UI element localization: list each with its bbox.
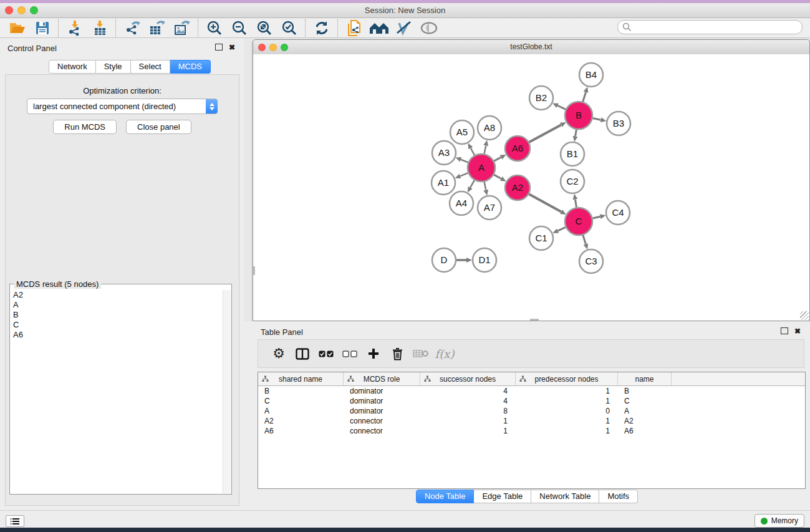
table-cell[interactable]: C xyxy=(618,396,672,406)
close-network-button[interactable] xyxy=(258,44,266,51)
table-cell[interactable]: A xyxy=(618,406,672,416)
export-network-button[interactable] xyxy=(120,19,145,37)
import-network-button[interactable] xyxy=(62,19,87,37)
close-window-button[interactable] xyxy=(5,6,13,14)
edge-B-B1[interactable] xyxy=(576,130,577,137)
table-cell[interactable]: 1 xyxy=(420,416,516,426)
search-input[interactable] xyxy=(617,20,803,34)
table-row[interactable]: Bdominator41B xyxy=(258,386,805,396)
clone-network-button[interactable] xyxy=(342,19,367,37)
edge-A-A3[interactable] xyxy=(461,160,468,163)
table-cell[interactable]: A6 xyxy=(258,426,344,436)
network-window[interactable]: testGlobe.txt B4B2BB3A8A5A6B1A3AC2A1A2A4… xyxy=(253,39,810,321)
result-list-item[interactable]: A xyxy=(11,300,223,310)
zoom-selected-button[interactable] xyxy=(277,19,302,37)
export-table-button[interactable] xyxy=(145,19,170,37)
table-cell[interactable]: 8 xyxy=(420,406,516,416)
edge-C-C1[interactable] xyxy=(557,227,566,231)
column-header-MCDS-role[interactable]: MCDS role xyxy=(344,372,420,385)
select-all-button[interactable] xyxy=(314,343,338,364)
edge-B-B3[interactable] xyxy=(593,118,601,120)
table-cell[interactable]: dominator xyxy=(344,406,420,416)
table-cell[interactable]: dominator xyxy=(344,386,420,396)
close-panel-icon[interactable]: ✖ xyxy=(229,44,235,51)
tab-select[interactable]: Select xyxy=(131,60,170,74)
zoom-in-button[interactable] xyxy=(202,19,227,37)
edge-B-B4[interactable] xyxy=(583,92,586,102)
float-table-panel-icon[interactable] xyxy=(781,327,788,334)
table-cell[interactable]: connector xyxy=(344,416,420,426)
resize-grip[interactable] xyxy=(800,311,809,320)
table-cell[interactable]: A xyxy=(258,406,344,416)
edge-A-A6[interactable] xyxy=(494,157,501,161)
table-cell[interactable]: connector xyxy=(344,426,420,436)
edge-A-A8[interactable] xyxy=(485,145,486,153)
tab-motifs[interactable]: Motifs xyxy=(599,490,638,503)
minimize-window-button[interactable] xyxy=(17,6,26,14)
close-table-panel-icon[interactable]: ✖ xyxy=(794,328,801,334)
edge-A-A7[interactable] xyxy=(485,182,486,190)
zoom-out-button[interactable] xyxy=(227,19,252,37)
add-row-button[interactable] xyxy=(362,343,385,364)
table-cell[interactable]: 1 xyxy=(516,386,618,396)
result-list-item[interactable]: A6 xyxy=(11,330,223,340)
column-header-shared-name[interactable]: shared name xyxy=(258,372,344,385)
column-header-predecessor-nodes[interactable]: predecessor nodes xyxy=(516,372,618,385)
result-list-item[interactable]: A2 xyxy=(11,290,223,300)
tab-mcds[interactable]: MCDS xyxy=(170,60,211,74)
minimize-network-button[interactable] xyxy=(269,44,277,51)
close-panel-button[interactable]: Close panel xyxy=(126,120,191,134)
edge-C-C2[interactable] xyxy=(575,200,576,208)
memory-button[interactable]: Memory xyxy=(755,514,804,528)
edge-A-A2[interactable] xyxy=(494,175,501,178)
table-row[interactable]: Cdominator41C xyxy=(258,396,805,406)
column-header-name[interactable]: name xyxy=(618,372,672,385)
mcds-result-list[interactable]: A2ABCA6 xyxy=(11,290,223,493)
table-row[interactable]: A6connector11A6 xyxy=(258,426,805,436)
tab-style[interactable]: Style xyxy=(96,60,131,74)
edge-A-A1[interactable] xyxy=(460,173,468,176)
edge-A6-B[interactable] xyxy=(529,125,561,142)
column-header-successor-nodes[interactable]: successor nodes xyxy=(420,372,516,385)
network-graph[interactable]: B4B2BB3A8A5A6B1A3AC2A1A2A4A7C4CC1DD1C3 xyxy=(253,54,809,321)
home-button[interactable] xyxy=(367,19,392,37)
network-canvas[interactable]: B4B2BB3A8A5A6B1A3AC2A1A2A4A7C4CC1DD1C3 xyxy=(253,54,809,321)
zoom-fit-button[interactable] xyxy=(252,19,277,37)
edge-A2-C[interactable] xyxy=(529,194,561,211)
node-table[interactable]: shared nameMCDS rolesuccessor nodesprede… xyxy=(258,372,806,489)
show-columns-button[interactable] xyxy=(291,343,314,364)
delete-row-button[interactable] xyxy=(385,343,409,364)
app-titlebar[interactable]: Session: New Session xyxy=(0,3,810,18)
table-cell[interactable]: A2 xyxy=(618,416,672,426)
table-cell[interactable]: 1 xyxy=(516,396,618,406)
import-table-button[interactable] xyxy=(87,19,112,37)
table-cell[interactable]: B xyxy=(618,386,672,396)
table-row[interactable]: A2connector11A2 xyxy=(258,416,805,426)
table-cell[interactable]: dominator xyxy=(344,396,420,406)
edge-A-A4[interactable] xyxy=(470,180,475,188)
result-list-item[interactable]: B xyxy=(11,310,223,320)
result-scrollbar[interactable] xyxy=(223,290,231,493)
canvas-vertical-scrollmark[interactable] xyxy=(253,266,255,275)
export-image-button[interactable] xyxy=(170,19,195,37)
float-panel-icon[interactable] xyxy=(215,44,223,51)
optimization-criterion-select[interactable]: largest connected component (directed) xyxy=(27,99,218,114)
eye-button[interactable] xyxy=(417,19,441,37)
edge-C-C3[interactable] xyxy=(583,235,586,244)
refresh-button[interactable] xyxy=(309,19,334,37)
tab-node-table[interactable]: Node Table xyxy=(416,490,475,503)
table-cell[interactable]: B xyxy=(258,386,344,396)
run-mcds-button[interactable]: Run MCDS xyxy=(53,120,117,134)
table-cell[interactable]: 1 xyxy=(420,426,516,436)
tab-network-table[interactable]: Network Table xyxy=(531,490,599,503)
table-cell[interactable]: A6 xyxy=(618,426,672,436)
edge-A-A5[interactable] xyxy=(471,148,475,155)
network-window-titlebar[interactable]: testGlobe.txt xyxy=(253,40,809,55)
table-row[interactable]: Adominator80A xyxy=(258,406,805,416)
zoom-network-button[interactable] xyxy=(281,44,288,51)
zoom-window-button[interactable] xyxy=(30,6,38,14)
table-settings-button[interactable]: ⚙ xyxy=(267,343,291,364)
table-cell[interactable]: 1 xyxy=(516,416,618,426)
tab-network[interactable]: Network xyxy=(49,60,96,74)
task-history-button[interactable] xyxy=(6,515,24,527)
